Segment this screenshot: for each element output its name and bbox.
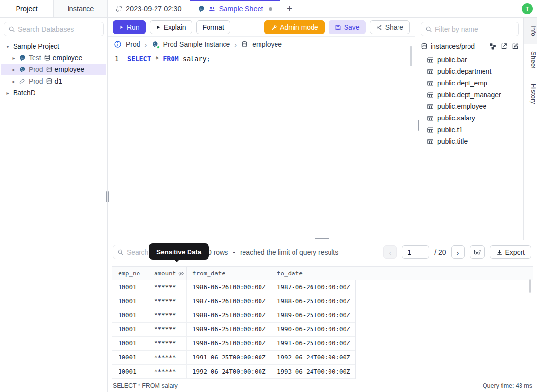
table-list-item[interactable]: public.employee xyxy=(427,101,519,112)
search-icon xyxy=(425,26,432,33)
result-cell[interactable]: 1992-06-24T00:00:00Z xyxy=(271,351,355,364)
result-cell[interactable]: 1989-06-25T00:00:00Z xyxy=(271,308,355,322)
panel-resize-handle[interactable] xyxy=(416,120,419,131)
page-total: / 20 xyxy=(434,248,446,256)
export-button[interactable]: Export xyxy=(490,245,531,259)
avatar[interactable]: T xyxy=(522,3,533,14)
result-cell[interactable]: 10001 xyxy=(112,351,148,364)
tab-sheet-label: Sample Sheet xyxy=(219,5,263,13)
tree-project-batchd[interactable]: ▸ BatchD xyxy=(1,87,106,99)
sidebar-resize-handle[interactable] xyxy=(106,191,109,202)
result-cell[interactable]: ****** xyxy=(148,323,187,336)
result-cell[interactable]: 1987-06-26T00:00:00Z xyxy=(271,280,355,294)
table-list-item[interactable]: public.dept_manager xyxy=(427,89,519,101)
tab-sample-sheet[interactable]: Sample Sheet xyxy=(190,0,280,17)
result-cell[interactable]: 1988-06-25T00:00:00Z xyxy=(271,294,355,308)
result-cell[interactable]: 10001 xyxy=(112,280,148,294)
caret-right-icon[interactable]: ▸ xyxy=(11,67,17,72)
result-cell[interactable]: 1988-06-25T00:00:00Z xyxy=(187,308,271,322)
run-button[interactable]: Run xyxy=(113,20,146,34)
code-line[interactable]: 1 SELECT * FROM salary; xyxy=(108,51,415,63)
edit-icon[interactable] xyxy=(512,43,519,50)
export-label: Export xyxy=(505,248,525,256)
table-list-item[interactable]: public.dept_emp xyxy=(427,77,519,89)
executed-statement: SELECT * FROM salary xyxy=(113,382,178,389)
table-list-item[interactable]: public.department xyxy=(427,66,519,77)
masking-glasses-icon[interactable] xyxy=(470,245,485,259)
result-cell[interactable]: 1989-06-25T00:00:00Z xyxy=(187,323,271,336)
share-button[interactable]: Share xyxy=(370,20,410,34)
result-cell[interactable]: 1991-06-25T00:00:00Z xyxy=(187,351,271,364)
admin-mode-button[interactable]: Admin mode xyxy=(264,20,325,34)
result-row[interactable]: 10001******1992-06-24T00:00:00Z1993-06-2… xyxy=(112,365,355,379)
result-cell[interactable]: 1990-06-25T00:00:00Z xyxy=(271,323,355,336)
tree-project-sample[interactable]: ▾ Sample Project xyxy=(1,40,106,52)
result-cell[interactable]: 10001 xyxy=(112,323,148,336)
tab-instance[interactable]: Instance xyxy=(54,0,107,17)
table-list-item[interactable]: public.bar xyxy=(427,54,519,66)
result-cell[interactable]: ****** xyxy=(148,308,187,322)
result-row[interactable]: 10001******1988-06-25T00:00:00Z1989-06-2… xyxy=(112,308,355,323)
caret-down-icon[interactable]: ▾ xyxy=(5,44,11,49)
result-row[interactable]: 10001******1991-06-25T00:00:00Z1992-06-2… xyxy=(112,351,355,365)
schema-diagram-icon[interactable] xyxy=(489,43,496,50)
result-cell[interactable]: 10001 xyxy=(112,337,148,350)
format-button[interactable]: Format xyxy=(196,20,230,34)
filter-input[interactable] xyxy=(435,25,514,33)
tab-project[interactable]: Project xyxy=(0,0,54,17)
external-link-icon[interactable] xyxy=(501,43,507,50)
result-grid-body: 10001******1986-06-26T00:00:00Z1987-06-2… xyxy=(112,280,356,379)
table-list-item[interactable]: public.t1 xyxy=(427,124,519,136)
save-button[interactable]: Save xyxy=(329,20,366,34)
prev-page-button[interactable]: ‹ xyxy=(383,245,397,259)
result-cell[interactable]: 1992-06-24T00:00:00Z xyxy=(187,365,271,378)
editor-scrollbar[interactable] xyxy=(410,46,412,66)
result-row[interactable]: 10001******1987-06-26T00:00:00Z1988-06-2… xyxy=(112,294,355,308)
result-cell[interactable]: ****** xyxy=(148,294,187,308)
table-name: public.title xyxy=(437,137,468,145)
result-cell[interactable]: ****** xyxy=(148,280,187,294)
caret-right-icon[interactable]: ▸ xyxy=(11,79,17,84)
result-cell[interactable]: 1987-06-26T00:00:00Z xyxy=(187,294,271,308)
info-icon[interactable] xyxy=(114,40,121,48)
table-list-item[interactable]: public.salary xyxy=(427,112,519,124)
new-tab-button[interactable]: + xyxy=(280,0,299,17)
tab-connection[interactable]: 2023-09-27 02:30 xyxy=(108,0,190,17)
breadcrumb-database[interactable]: employee xyxy=(252,40,282,48)
results-scrollbar[interactable] xyxy=(529,279,531,293)
result-row[interactable]: 10001******1990-06-25T00:00:00Z1991-06-2… xyxy=(112,337,355,351)
result-cell[interactable]: 1990-06-25T00:00:00Z xyxy=(187,337,271,350)
result-row[interactable]: 10001******1986-06-26T00:00:00Z1987-06-2… xyxy=(112,280,355,294)
database-search-input[interactable] xyxy=(18,25,99,33)
result-cell[interactable]: ****** xyxy=(148,365,187,378)
result-cell[interactable]: ****** xyxy=(148,351,187,364)
next-page-button[interactable]: › xyxy=(451,245,465,259)
tab-info[interactable]: Info xyxy=(524,18,537,44)
result-cell[interactable]: ****** xyxy=(148,337,187,350)
result-cell[interactable]: 1991-06-25T00:00:00Z xyxy=(271,337,355,350)
breadcrumb-env[interactable]: Prod xyxy=(126,40,140,48)
tree-db-test-employee[interactable]: ▸ Test employee xyxy=(1,52,106,64)
editor-toolbar: Run Explain Format Admin mode Save Share xyxy=(108,18,415,37)
sql-editor-app: Project Instance ▾ Sample Project ▸ Test… xyxy=(0,0,537,392)
sql-editor[interactable]: 1 SELECT * FROM salary; xyxy=(108,51,415,240)
tab-history[interactable]: History xyxy=(524,76,537,112)
result-row[interactable]: 10001******1989-06-25T00:00:00Z1990-06-2… xyxy=(112,323,355,337)
result-cell[interactable]: 1993-06-24T00:00:00Z xyxy=(271,365,355,378)
column-header-emp-no: emp_no xyxy=(112,267,148,280)
tree-db-prod-employee[interactable]: ▸ Prod employee xyxy=(1,64,106,75)
result-cell[interactable]: 10001 xyxy=(112,365,148,378)
page-number-input[interactable] xyxy=(402,245,429,259)
caret-right-icon[interactable]: ▸ xyxy=(5,90,11,96)
tree-db-prod-d1[interactable]: ▸ Prod d1 xyxy=(1,75,106,87)
caret-right-icon[interactable]: ▸ xyxy=(11,55,17,61)
explain-button[interactable]: Explain xyxy=(150,20,192,34)
table-list-item[interactable]: public.title xyxy=(427,136,519,147)
result-cell[interactable]: 10001 xyxy=(112,294,148,308)
result-cell[interactable]: 10001 xyxy=(112,308,148,322)
result-cell[interactable]: 1986-06-26T00:00:00Z xyxy=(187,280,271,294)
editor-tabbar: 2023-09-27 02:30 Sample Sheet + T xyxy=(108,0,537,18)
instance-source-row[interactable]: instances/prod xyxy=(421,42,519,50)
breadcrumb-instance[interactable]: Prod Sample Instance xyxy=(163,40,230,48)
tab-sheet[interactable]: Sheet xyxy=(524,44,537,76)
